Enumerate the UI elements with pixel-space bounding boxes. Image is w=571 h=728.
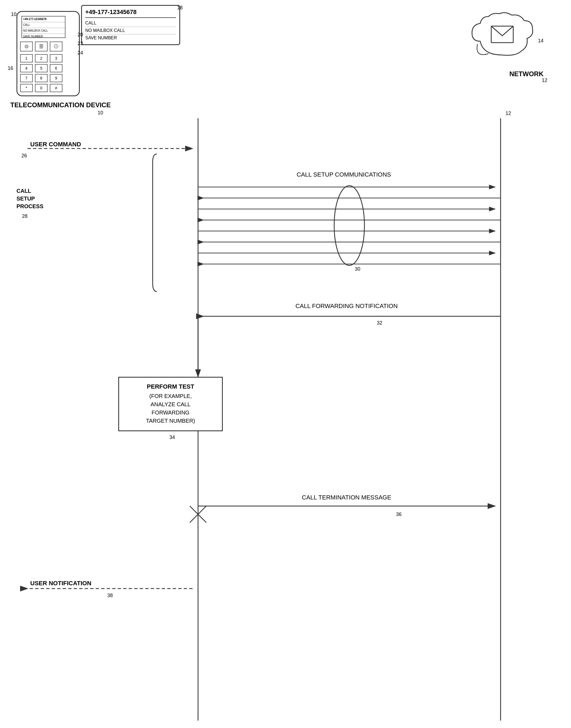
user-notification-label: USER NOTIFICATION bbox=[30, 580, 91, 587]
popup-item-save-label: SAVE NUMBER bbox=[85, 35, 117, 40]
popup-item-no-mailbox-label: NO MAILBOX CALL bbox=[85, 28, 125, 33]
ref-call-item: 20 bbox=[78, 32, 83, 38]
key-info-icon: ⓘ bbox=[50, 41, 63, 51]
popup-item-call-label: CALL bbox=[85, 21, 96, 25]
ref-save-number: 24 bbox=[78, 50, 83, 56]
ref-call-fwd: 32 bbox=[377, 320, 382, 326]
screen-no-mailbox: NO MAILBOX CALL bbox=[22, 28, 65, 33]
key-3: 3 bbox=[50, 54, 63, 63]
key-8: 8 bbox=[35, 74, 47, 82]
call-forwarding-label: CALL FORWARDING NOTIFICATION bbox=[209, 302, 484, 310]
phone-screen: +49-177-12345678 CALL NO MAILBOX CALL SA… bbox=[21, 16, 66, 38]
screen-number: +49-177-12345678 bbox=[22, 16, 65, 22]
key-5: 5 bbox=[35, 64, 47, 72]
ref-perform-test: 34 bbox=[169, 435, 175, 440]
ref-keypad: 16 bbox=[8, 66, 13, 71]
ref-call-setup-process: 28 bbox=[22, 214, 27, 219]
key-camera-icon: ⊙ bbox=[20, 41, 33, 51]
key-0: 0 bbox=[35, 84, 47, 92]
user-command-label: USER COMMAND bbox=[30, 141, 81, 148]
key-6: 6 bbox=[50, 64, 63, 72]
call-setup-communications-label: CALL SETUP COMMUNICATIONS bbox=[206, 171, 481, 178]
perform-test-title: PERFORM TEST bbox=[126, 383, 215, 390]
ref-network-seq: 12 bbox=[505, 111, 511, 116]
network-cloud bbox=[466, 11, 538, 66]
ref-user-notification: 38 bbox=[107, 593, 113, 598]
ref-device: 10 bbox=[11, 12, 16, 17]
popup-item-no-mailbox: NO MAILBOX CALL bbox=[85, 27, 176, 34]
key-star: * bbox=[20, 84, 33, 92]
screen-save-number: SAVE NUMBER bbox=[22, 33, 65, 39]
popup-phone-number: +49-177-12345678 bbox=[85, 9, 176, 18]
key-hash: # bbox=[50, 84, 63, 92]
diagram: +49-177-12345678 CALL NO MAILBOX CALL SA… bbox=[0, 0, 571, 728]
popup-menu: +49-177-12345678 CALL NO MAILBOX CALL SA… bbox=[81, 5, 180, 45]
key-2: 2 bbox=[35, 54, 47, 63]
ref-network: 12 bbox=[542, 78, 547, 83]
svg-point-16 bbox=[334, 186, 364, 265]
ref-user-command: 26 bbox=[21, 153, 27, 159]
perform-test-body: (FOR EXAMPLE,ANALYZE CALLFORWARDINGTARGE… bbox=[126, 392, 215, 425]
key-7: 7 bbox=[20, 74, 33, 82]
telecom-device-label: TELECOMMUNICATION DEVICE bbox=[8, 101, 113, 109]
phone-device: +49-177-12345678 CALL NO MAILBOX CALL SA… bbox=[16, 11, 80, 96]
popup-item-call: CALL bbox=[85, 19, 176, 27]
sequence-diagram-svg bbox=[0, 0, 571, 728]
ref-email: 14 bbox=[538, 38, 544, 44]
key-9: 9 bbox=[50, 74, 63, 82]
perform-test-box: PERFORM TEST (FOR EXAMPLE,ANALYZE CALLFO… bbox=[118, 377, 223, 431]
svg-line-20 bbox=[190, 506, 206, 522]
popup-item-save: SAVE NUMBER bbox=[85, 34, 176, 41]
svg-line-21 bbox=[190, 506, 206, 522]
ref-popup: 18 bbox=[177, 5, 183, 11]
key-1: 1 bbox=[20, 54, 33, 63]
ref-device-seq: 10 bbox=[98, 110, 103, 116]
call-termination-label: CALL TERMINATION MESSAGE bbox=[209, 494, 484, 501]
key-menu-icon: ☰ bbox=[35, 41, 47, 51]
ref-no-mailbox: 22 bbox=[78, 41, 83, 46]
call-setup-process-label: CALL SETUP PROCESS bbox=[16, 187, 43, 210]
key-4: 4 bbox=[20, 64, 33, 72]
network-label: NETWORK bbox=[509, 70, 544, 78]
ref-call-setup-comm: 30 bbox=[355, 266, 360, 272]
screen-call: CALL bbox=[22, 22, 65, 28]
ref-call-termination: 36 bbox=[396, 511, 402, 517]
